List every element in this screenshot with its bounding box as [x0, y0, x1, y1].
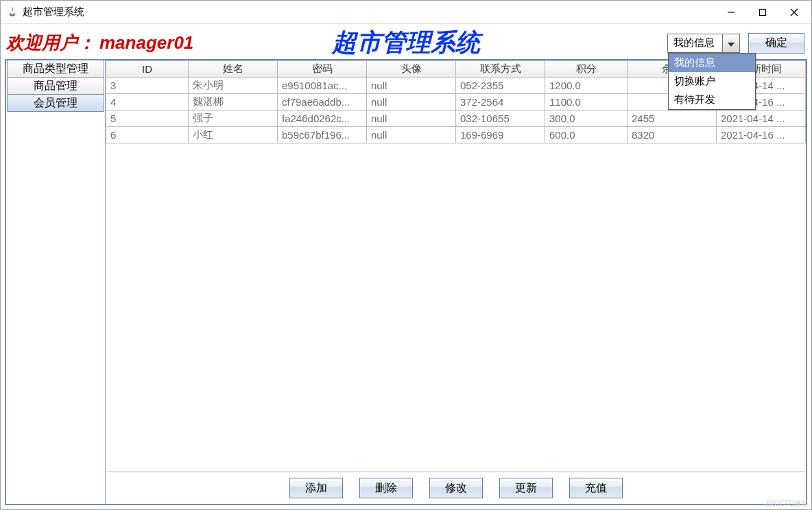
cell-points[interactable]: 300.0: [545, 111, 628, 127]
cell-points[interactable]: 1100.0: [545, 94, 628, 111]
titlebar: 超市管理系统: [1, 1, 811, 24]
dropdown-item-myinfo[interactable]: 我的信息: [669, 54, 755, 72]
cell-points[interactable]: 600.0: [545, 127, 628, 143]
cell-avatar[interactable]: null: [367, 94, 456, 111]
cell-name[interactable]: 朱小明: [189, 78, 278, 94]
cell-name[interactable]: 小红: [189, 127, 278, 143]
delete-button[interactable]: 删除: [359, 478, 413, 498]
tab-category-mgmt[interactable]: 商品类型管理: [7, 60, 104, 78]
cell-avatar[interactable]: null: [367, 78, 456, 94]
footer-buttons: 添加 删除 修改 更新 充值: [106, 472, 806, 504]
tab-member-mgmt[interactable]: 会员管理: [7, 94, 104, 112]
refresh-button[interactable]: 更新: [499, 478, 553, 498]
dropdown-item-switch[interactable]: 切换账户: [669, 72, 755, 91]
cell-id[interactable]: 3: [106, 78, 189, 94]
chevron-down-icon: [728, 38, 735, 49]
cell-id[interactable]: 5: [106, 111, 189, 127]
header: 欢迎用户：manager01 超市管理系统 我的信息 我的信息 切换账户 有待开…: [1, 24, 811, 59]
cell-points[interactable]: 1200.0: [545, 78, 628, 94]
cell-updated[interactable]: 2021-04-14 ...: [717, 111, 806, 127]
cell-updated[interactable]: 2021-04-16 ...: [717, 127, 806, 143]
sidebar: 商品类型管理 商品管理 会员管理: [6, 60, 106, 504]
cell-contact[interactable]: 372-2564: [456, 94, 545, 111]
svg-rect-1: [760, 9, 766, 15]
maximize-button[interactable]: [747, 2, 778, 23]
recharge-button[interactable]: 充值: [569, 478, 623, 498]
welcome-text: 欢迎用户：manager01: [6, 31, 193, 55]
cell-balance[interactable]: 8320: [628, 127, 717, 143]
cell-id[interactable]: 6: [106, 127, 189, 143]
edit-button[interactable]: 修改: [429, 478, 483, 498]
cell-name[interactable]: 魏湛梆: [189, 94, 278, 111]
cell-avatar[interactable]: null: [367, 127, 456, 143]
minimize-button[interactable]: [715, 2, 747, 23]
table-scroll[interactable]: ID姓名密码头像联系方式积分余额更新时间 3朱小明e9510081ac...nu…: [106, 60, 806, 472]
column-header[interactable]: 姓名: [189, 61, 278, 78]
cell-contact[interactable]: 169-6969: [456, 127, 545, 143]
cell-pwd[interactable]: cf79ae6addb...: [278, 94, 367, 111]
app-window: 超市管理系统 欢迎用户：manager01 超市管理系统 我的信息: [0, 0, 812, 510]
add-button[interactable]: 添加: [289, 478, 343, 498]
cell-contact[interactable]: 032-10655: [456, 111, 545, 127]
svg-marker-4: [728, 43, 735, 47]
welcome-prefix: 欢迎用户：: [6, 32, 95, 53]
main: ID姓名密码头像联系方式积分余额更新时间 3朱小明e9510081ac...nu…: [106, 60, 806, 504]
table-row[interactable]: 5强子fa246d0262c...null032-10655300.024552…: [106, 111, 806, 127]
system-title: 超市管理系统: [332, 26, 480, 60]
header-right: 我的信息 我的信息 切换账户 有待开发 确定: [667, 33, 804, 54]
profile-dropdown: 我的信息 切换账户 有待开发: [668, 53, 756, 110]
cell-contact[interactable]: 052-2355: [456, 78, 545, 94]
cell-pwd[interactable]: fa246d0262c...: [278, 111, 367, 127]
close-button[interactable]: [778, 2, 810, 23]
cell-id[interactable]: 4: [106, 94, 189, 111]
tab-product-mgmt[interactable]: 商品管理: [7, 77, 104, 95]
column-header[interactable]: 密码: [278, 61, 367, 78]
combo-selected: 我的信息: [668, 34, 723, 52]
window-title: 超市管理系统: [23, 5, 84, 19]
combo-arrow-button[interactable]: [723, 34, 739, 52]
cell-name[interactable]: 强子: [189, 111, 278, 127]
column-header[interactable]: 头像: [367, 61, 456, 78]
body: 商品类型管理 商品管理 会员管理 ID姓名密码头像联系方式积分余额更新时间 3朱…: [5, 59, 807, 505]
cell-pwd[interactable]: b59c67bf196...: [278, 127, 367, 143]
column-header[interactable]: 积分: [545, 61, 628, 78]
dropdown-item-pending[interactable]: 有待开发: [669, 91, 755, 109]
cell-balance[interactable]: 2455: [628, 111, 717, 127]
profile-combo[interactable]: 我的信息 我的信息 切换账户 有待开发: [667, 34, 740, 53]
username: manager01: [99, 32, 193, 53]
column-header[interactable]: 联系方式: [456, 61, 545, 78]
confirm-button[interactable]: 确定: [748, 33, 804, 54]
java-icon: [6, 6, 19, 19]
cell-avatar[interactable]: null: [367, 111, 456, 127]
table-row[interactable]: 6小红b59c67bf196...null169-6969600.0832020…: [106, 127, 806, 143]
cell-pwd[interactable]: e9510081ac...: [278, 78, 367, 94]
column-header[interactable]: ID: [106, 61, 189, 78]
